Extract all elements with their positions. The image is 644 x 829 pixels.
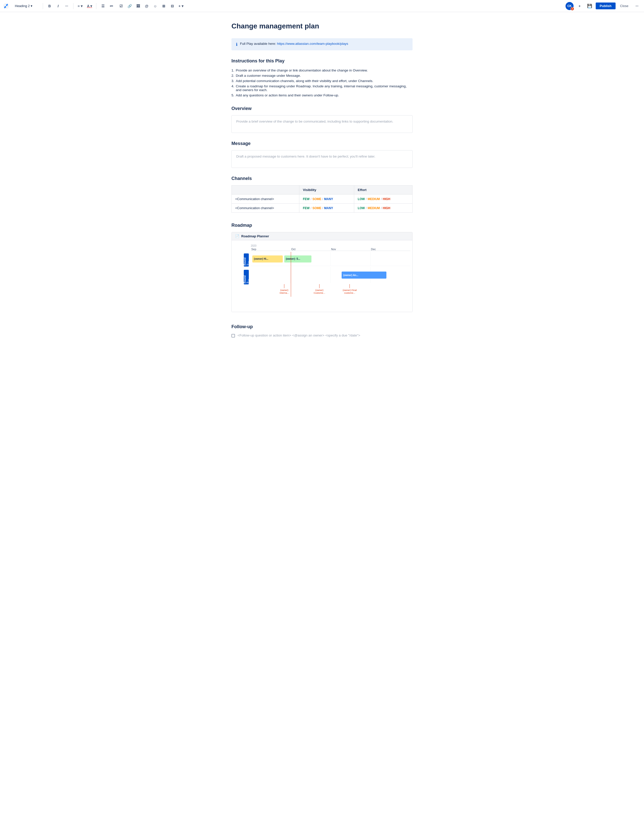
align-button[interactable]: ≡ ▾ bbox=[76, 2, 84, 10]
channels-table: Visibility Effort <Communication channel… bbox=[231, 185, 413, 213]
milestone-row: (owner)Interna... (owner)Custome... (own… bbox=[251, 284, 410, 297]
list-item: 3. Add potential communication channels,… bbox=[231, 78, 413, 84]
publish-button[interactable]: Publish bbox=[596, 3, 616, 9]
milestone-3-line bbox=[350, 284, 350, 288]
layout-button[interactable]: ⊟ bbox=[168, 2, 176, 10]
visibility-cell: FEW / SOME / MANY bbox=[299, 203, 354, 213]
tag-few: FEW bbox=[303, 206, 310, 210]
instructions-list: 1. Provide an overview of the change or … bbox=[231, 68, 413, 98]
overview-panel[interactable]: Provide a brief overview of the change t… bbox=[231, 115, 413, 133]
tag-some: SOME bbox=[312, 206, 321, 210]
info-box: ℹ Full Play available here: https://www.… bbox=[231, 38, 413, 50]
followup-checkbox[interactable] bbox=[231, 334, 235, 337]
info-icon: ℹ bbox=[236, 42, 238, 47]
col-effort: Effort bbox=[354, 186, 413, 195]
message-panel[interactable]: Draft a proposed message to customers he… bbox=[231, 150, 413, 168]
more-options-button[interactable]: ··· bbox=[633, 2, 641, 10]
close-button[interactable]: Close bbox=[617, 3, 631, 9]
tag-medium: MEDIUM bbox=[367, 206, 380, 210]
milestone-2: (owner)Custome... bbox=[314, 284, 325, 294]
table-header-row: Visibility Effort bbox=[232, 186, 413, 195]
svg-point-0 bbox=[3, 3, 9, 9]
overview-placeholder: Provide a brief overview of the change t… bbox=[236, 120, 393, 123]
toolbar: Heading 2 ▾ B I ··· ≡ ▾ A ▾ ☰ ≔ ☑ 🔗 🖼 @ … bbox=[0, 0, 644, 12]
row-labels: Round 1:... Round 2:... bbox=[234, 252, 251, 297]
avatar[interactable]: CK 3 bbox=[565, 2, 573, 10]
followup-placeholder: <Follow-up question or action item> <@as… bbox=[238, 334, 360, 337]
round2-label-container: Round 2:... bbox=[234, 269, 249, 285]
tag-many: MANY bbox=[324, 206, 333, 210]
channel-cell: <Communication channel> bbox=[232, 203, 299, 213]
followup-heading: Follow-up bbox=[231, 324, 413, 329]
month-oct: Oct bbox=[291, 247, 331, 251]
plus-button[interactable]: + ▾ bbox=[177, 2, 185, 10]
month-headers: Sep Oct Nov Dec bbox=[251, 247, 410, 251]
tag-many: MANY bbox=[324, 197, 333, 201]
text-format-group: B I ··· bbox=[46, 2, 71, 10]
italic-button[interactable]: I bbox=[54, 2, 62, 10]
tag-low: LOW bbox=[358, 197, 365, 201]
emoji-button[interactable]: ☺ bbox=[151, 2, 159, 10]
col-channel bbox=[232, 186, 299, 195]
task-button[interactable]: ☑ bbox=[117, 2, 125, 10]
visibility-value: FEW / SOME / MANY bbox=[303, 197, 350, 201]
cell-nov-r1 bbox=[331, 252, 371, 266]
info-link[interactable]: https://www.atlassian.com/team-playbook/… bbox=[277, 42, 348, 46]
link-button[interactable]: 🔗 bbox=[126, 2, 134, 10]
add-collaborator-button[interactable]: + bbox=[576, 2, 584, 10]
year-label: 2020 bbox=[251, 244, 410, 247]
gantt-bar-2: (owner): S... bbox=[284, 255, 312, 263]
color-button[interactable]: A ▾ bbox=[85, 2, 94, 10]
tag-medium: MEDIUM bbox=[367, 197, 380, 201]
message-heading: Message bbox=[231, 141, 413, 146]
gantt-row-2: (owner) An... bbox=[251, 267, 410, 283]
month-nov: Nov bbox=[331, 247, 370, 251]
mention-button[interactable]: @ bbox=[143, 2, 151, 10]
gantt-header-divider bbox=[251, 251, 410, 251]
gantt-grid: (owner) Hi... (owner): S... bbox=[251, 252, 410, 297]
channel-cell: <Communication channel> bbox=[232, 195, 299, 203]
month-sep: Sep bbox=[251, 247, 291, 251]
chevron-down-icon: ▾ bbox=[31, 4, 33, 8]
tag-high: HIGH bbox=[383, 197, 390, 201]
more-format-button[interactable]: ··· bbox=[63, 2, 71, 10]
heading-selector[interactable]: Heading 2 ▾ bbox=[13, 3, 40, 9]
media-button[interactable]: 🖼 bbox=[134, 2, 142, 10]
ordered-list-button[interactable]: ≔ bbox=[107, 2, 115, 10]
list-group: ☰ ≔ bbox=[99, 2, 115, 10]
instructions-heading: Instructions for this Play bbox=[231, 58, 413, 64]
round1-label: Round 1:... bbox=[244, 254, 249, 266]
list-item: 4. Create a roadmap for messaging under … bbox=[231, 84, 413, 93]
month-dec: Dec bbox=[370, 247, 411, 251]
cell-oct-r2 bbox=[291, 267, 331, 283]
red-line-oct bbox=[291, 252, 291, 297]
cell-sep-r2 bbox=[251, 267, 291, 283]
bold-button[interactable]: B bbox=[46, 2, 54, 10]
col-visibility: Visibility bbox=[299, 186, 354, 195]
save-draft-button[interactable]: 💾 bbox=[586, 2, 594, 10]
tag-few: FEW bbox=[303, 197, 310, 201]
roadmap-heading: Roadmap bbox=[231, 223, 413, 228]
heading-selector-label: Heading 2 bbox=[15, 4, 30, 8]
milestone-1: (owner)Interna... bbox=[279, 284, 289, 294]
table-row: <Communication channel> FEW / SOME / MAN… bbox=[232, 203, 413, 213]
avatar-badge: 3 bbox=[570, 7, 574, 11]
tag-high: HIGH bbox=[383, 206, 390, 210]
overview-heading: Overview bbox=[231, 106, 413, 111]
info-text: Full Play available here: https://www.at… bbox=[240, 42, 348, 46]
toolbar-divider-3 bbox=[96, 3, 96, 9]
table-button[interactable]: ⊞ bbox=[160, 2, 168, 10]
channels-heading: Channels bbox=[231, 176, 413, 181]
visibility-cell: FEW / SOME / MANY bbox=[299, 195, 354, 203]
align-group: ≡ ▾ bbox=[76, 2, 84, 10]
list-item: 5. Add any questions or action items and… bbox=[231, 93, 413, 98]
color-group: A ▾ bbox=[85, 2, 94, 10]
toolbar-divider-2 bbox=[73, 3, 74, 9]
unordered-list-button[interactable]: ☰ bbox=[99, 2, 107, 10]
effort-cell: LOW / MEDIUM / HIGH bbox=[354, 195, 413, 203]
message-placeholder: Draft a proposed message to customers he… bbox=[236, 154, 375, 158]
milestone-3: (owner) Finalcustome... bbox=[343, 284, 356, 294]
effort-value: LOW / MEDIUM / HIGH bbox=[358, 197, 409, 201]
table-row: <Communication channel> FEW / SOME / MAN… bbox=[232, 195, 413, 203]
effort-cell: LOW / MEDIUM / HIGH bbox=[354, 203, 413, 213]
